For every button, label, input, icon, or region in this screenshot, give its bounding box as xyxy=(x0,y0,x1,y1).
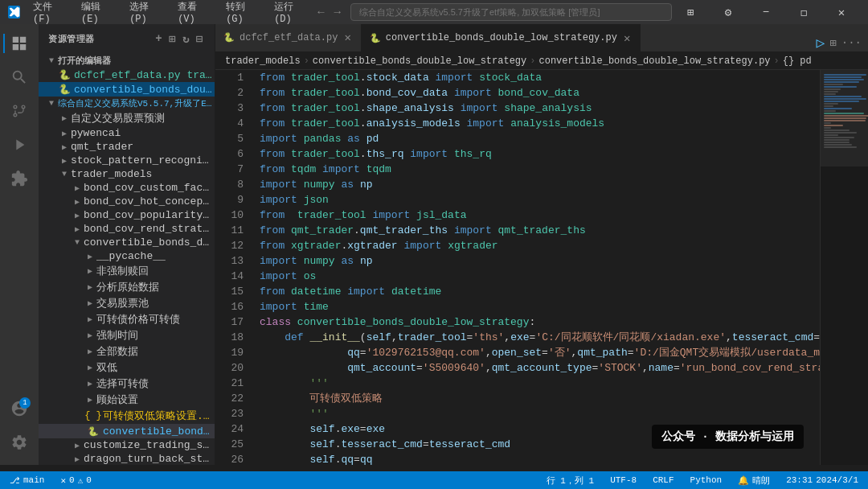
error-icon: ✕ xyxy=(60,475,66,486)
menu-run[interactable]: 运行(D) xyxy=(268,0,314,27)
open-editors-header[interactable]: ▼ 打开的编辑器 xyxy=(39,54,215,68)
breadcrumb: trader_models › convertible_bonds_double… xyxy=(215,52,868,70)
date-text: 2024/3/1 xyxy=(816,475,858,485)
folder-select[interactable]: ▶ 选择可转债 xyxy=(39,376,215,392)
folder-convertible[interactable]: ▼ convertible_bonds_double_low_strategy xyxy=(39,236,215,249)
forward-arrow[interactable]: → xyxy=(331,6,344,18)
open-file-1[interactable]: 🐍 dcfcf_etf_data.py trader_tool xyxy=(39,68,215,82)
menu-file[interactable]: 文件(F) xyxy=(27,0,73,27)
window-controls: ⊞ ⚙ − ◻ ✕ xyxy=(672,0,860,24)
folder-bond-hot-arrow: ▶ xyxy=(71,197,84,207)
line-col[interactable]: 行 1，列 1 xyxy=(543,471,597,489)
line-22: 可转债双低策略 xyxy=(260,391,820,406)
split-editor-btn[interactable]: ⊞ xyxy=(829,36,836,50)
code-editor[interactable]: 1 2 3 4 5 6 7 8 9 10 11 12 13 14 15 16 1… xyxy=(215,70,868,465)
folder-double[interactable]: ▶ 双低 xyxy=(39,360,215,376)
folder-bond-custom[interactable]: ▶ bond_cov_custom_factor_rotation xyxy=(39,181,215,195)
folder-bond-rend-arrow: ▶ xyxy=(71,224,84,234)
folder-customize-label: customize_trading_strategies xyxy=(84,439,215,451)
folder-bond-pop[interactable]: ▶ bond_cov_popularity_strategy xyxy=(39,208,215,222)
folder-bond-rend[interactable]: ▶ bond_cov_rend_strategy xyxy=(39,222,215,236)
restore-btn[interactable]: ◻ xyxy=(785,0,822,24)
line-26: self.qq=qq xyxy=(260,452,820,465)
folder-alldata[interactable]: ▶ 全部数据 xyxy=(39,343,215,360)
activity-git[interactable] xyxy=(3,95,35,127)
menu-goto[interactable]: 转到(G) xyxy=(219,0,266,27)
folder-zidingyi[interactable]: ▶ 自定义交易股票预测 xyxy=(39,110,215,126)
folder-qmt[interactable]: ▶ qmt_trader xyxy=(39,140,215,154)
notifications[interactable]: 🔔 晴朗 xyxy=(735,471,773,489)
warning-icon: ⚠ xyxy=(78,475,84,486)
folder-pycache[interactable]: ▶ __pycache__ xyxy=(39,249,215,263)
more-actions-btn[interactable]: ··· xyxy=(841,36,862,49)
folder-price[interactable]: ▶ 可转债价格可转债 xyxy=(39,311,215,327)
refresh-icon[interactable]: ↻ xyxy=(181,31,191,47)
settings-icon[interactable]: ⚙ xyxy=(710,0,747,24)
line-11: from qmt_trader.qmt_trader_ths import qm… xyxy=(260,223,820,238)
line-2: from trader_tool.bond_cov_data import bo… xyxy=(260,85,820,101)
folder-stock[interactable]: ▶ stock_pattern_recognition xyxy=(39,154,215,167)
layout-icon[interactable]: ⊞ xyxy=(672,0,709,24)
breadcrumb-1[interactable]: trader_models xyxy=(225,55,301,67)
folder-time[interactable]: ▶ 强制时间 xyxy=(39,327,215,343)
minimize-btn[interactable]: − xyxy=(747,0,784,24)
activity-run[interactable] xyxy=(3,129,35,161)
line-10: from trader_tool import jsl_data xyxy=(260,208,820,223)
folder-gushi[interactable]: ▶ 顾始设置 xyxy=(39,392,215,408)
search-input[interactable] xyxy=(350,3,672,21)
file-json-label: 可转债双低策略设置.json xyxy=(103,409,215,423)
new-file-icon[interactable]: + xyxy=(154,31,164,47)
py-file-active-icon: 🐍 xyxy=(58,83,71,96)
line-19: qq='1029762153@qq.com',open_set='否',qmt_… xyxy=(260,345,820,360)
language-mode[interactable]: Python xyxy=(687,471,726,489)
folder-trader-arrow: ▼ xyxy=(58,170,71,179)
line-16: import time xyxy=(260,299,820,314)
breadcrumb-2[interactable]: convertible_bonds_double_low_strategy xyxy=(313,55,526,67)
encoding[interactable]: UTF-8 xyxy=(607,471,640,489)
menu-view[interactable]: 查看(V) xyxy=(171,0,218,27)
json-icon: { } xyxy=(87,409,100,422)
close-btn[interactable]: ✕ xyxy=(823,0,860,24)
activity-extensions[interactable] xyxy=(3,162,35,195)
tab2-close[interactable]: ✕ xyxy=(622,31,632,45)
menu-edit[interactable]: 编辑(E) xyxy=(75,0,121,27)
new-folder-icon[interactable]: ⊞ xyxy=(167,31,178,47)
tab-convertible[interactable]: 🐍 convertible_bonds_double_low_strategy.… xyxy=(362,24,641,51)
back-arrow[interactable]: ← xyxy=(314,6,327,18)
menu-selection[interactable]: 选择(P) xyxy=(123,0,170,27)
tab2-py-icon: 🐍 xyxy=(370,33,381,43)
git-branch[interactable]: ⎇ main xyxy=(6,471,47,489)
line-18: def __init__(self,trader_tool='ths',exe=… xyxy=(260,330,820,345)
sidebar-title: 资源管理器 + ⊞ ↻ ⊟ xyxy=(39,24,215,54)
errors-status[interactable]: ✕ 0 ⚠ 0 xyxy=(57,471,94,489)
run-btn[interactable]: ▷ xyxy=(817,34,825,51)
file-json[interactable]: { } 可转债双低策略设置.json xyxy=(39,408,215,424)
activity-search[interactable] xyxy=(3,61,35,93)
folder-bond-hot[interactable]: ▶ bond_cov_hot_concept_strategy xyxy=(39,195,215,208)
folder-customize[interactable]: ▶ customize_trading_strategies xyxy=(39,438,215,452)
breadcrumb-3[interactable]: convertible_bonds_double_low_strategy.py xyxy=(538,55,770,67)
datetime[interactable]: 23:31 2024/3/1 xyxy=(783,471,862,489)
line-ending[interactable]: CRLF xyxy=(649,471,677,489)
tab-dcfcf[interactable]: 🐍 dcfcf_etf_data.py ✕ xyxy=(215,24,362,51)
root-folder[interactable]: ▼ 综合自定义交易系统V5.5.7,升级了ETF策略,加... xyxy=(39,97,215,110)
folder-analysis[interactable]: ▶ 分析原始数据 xyxy=(39,279,215,295)
folder-nonqiangzhi[interactable]: ▶ 非强制赎回 xyxy=(39,263,215,279)
activity-settings[interactable] xyxy=(3,426,35,458)
line-25: self.tesseract_cmd=tesseract_cmd xyxy=(260,437,820,452)
activity-account[interactable]: 1 xyxy=(3,392,35,425)
collapse-icon[interactable]: ⊟ xyxy=(194,31,205,47)
activity-explorer[interactable] xyxy=(3,27,35,60)
folder-trader-models[interactable]: ▼ trader_models xyxy=(39,167,215,181)
line-numbers: 1 2 3 4 5 6 7 8 9 10 11 12 13 14 15 16 1… xyxy=(215,70,252,465)
folder-pywencai[interactable]: ▶ pywencai xyxy=(39,126,215,140)
folder-dragon[interactable]: ▶ dragon_turn_back_strategy xyxy=(39,452,215,465)
folder-trade[interactable]: ▶ 交易股票池 xyxy=(39,295,215,311)
open-file-2-label: convertible_bonds_double_low_stra... xyxy=(74,84,215,96)
folder-qmt-label: qmt_trader xyxy=(71,141,133,153)
tab1-close[interactable]: ✕ xyxy=(342,31,352,44)
file-active-py[interactable]: 🐍 convertible_bonds_double_low_stra... xyxy=(39,424,215,438)
open-file-2[interactable]: 🐍 convertible_bonds_double_low_stra... xyxy=(39,82,215,97)
folder-convertible-arrow: ▼ xyxy=(71,238,84,247)
folder-bond-custom-label: bond_cov_custom_factor_rotation xyxy=(84,182,215,194)
